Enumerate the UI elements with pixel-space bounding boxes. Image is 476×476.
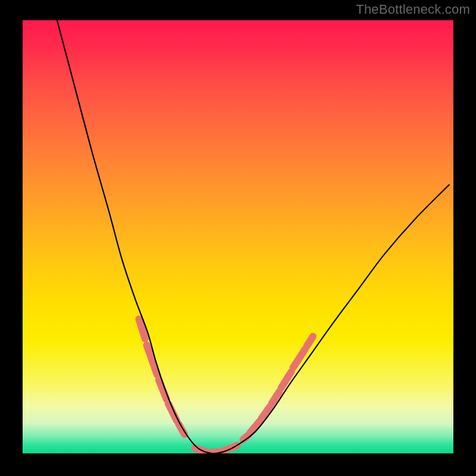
chart-highlight-segment <box>250 421 259 433</box>
watermark-text: TheBottleneck.com <box>356 2 470 17</box>
chart-svg <box>23 20 453 453</box>
chart-highlight-group <box>139 319 313 452</box>
chart-highlight-segment <box>281 371 291 388</box>
chart-highlight-segment <box>261 406 270 418</box>
chart-plot-area <box>23 20 453 453</box>
chart-curve <box>57 20 449 453</box>
chart-highlight-segment <box>307 336 313 346</box>
chart-highlight-segment <box>168 403 177 421</box>
